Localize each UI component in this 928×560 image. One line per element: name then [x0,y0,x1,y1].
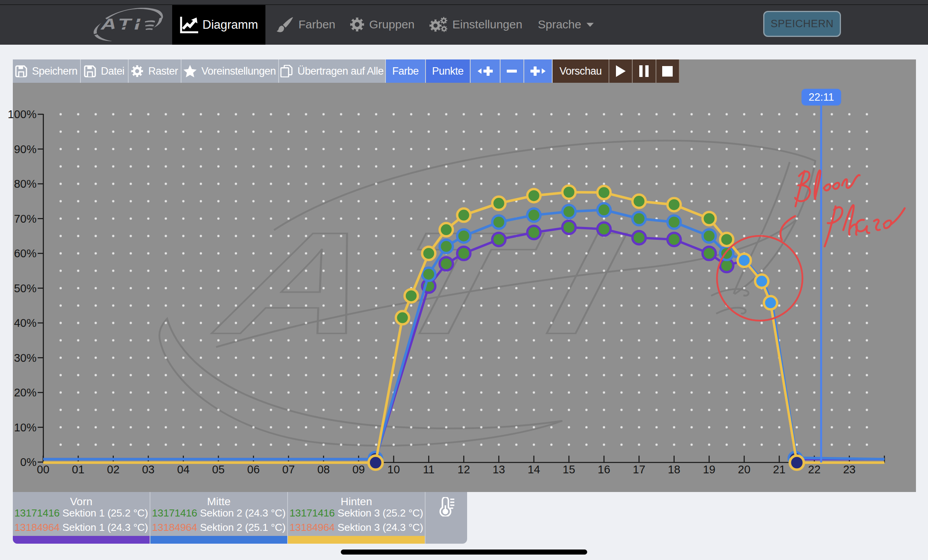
svg-text:30%: 30% [14,352,37,364]
svg-text:13: 13 [492,463,505,476]
svg-text:15: 15 [563,463,575,476]
svg-text:07: 07 [282,463,295,476]
svg-text:18: 18 [668,463,680,476]
svg-text:09: 09 [352,463,365,476]
svg-text:17: 17 [633,463,645,476]
svg-text:23: 23 [843,463,855,476]
svg-text:ATI: ATI [100,15,143,33]
svg-text:80%: 80% [14,178,37,190]
svg-text:12: 12 [457,463,470,476]
svg-text:22: 22 [808,463,820,476]
svg-text:05: 05 [212,463,225,476]
svg-text:06: 06 [247,463,260,476]
svg-text:03: 03 [142,463,154,476]
svg-text:02: 02 [107,463,119,476]
svg-text:22:11: 22:11 [809,91,834,103]
svg-text:10%: 10% [14,421,37,434]
svg-text:90%: 90% [14,143,37,155]
svg-text:21: 21 [773,463,785,476]
svg-text:00: 00 [37,463,49,476]
svg-text:04: 04 [177,463,190,476]
svg-text:16: 16 [598,463,610,476]
svg-text:100%: 100% [8,108,37,120]
svg-text:70%: 70% [14,213,37,225]
svg-text:0%: 0% [20,456,37,468]
svg-text:60%: 60% [14,247,37,260]
svg-text:14: 14 [528,463,540,476]
svg-text:19: 19 [703,463,715,476]
svg-text:11: 11 [423,463,434,476]
svg-text:40%: 40% [14,317,37,329]
svg-text:10: 10 [387,463,400,476]
svg-text:08: 08 [317,463,330,476]
svg-text:01: 01 [72,463,84,476]
svg-text:20: 20 [738,463,750,476]
svg-text:50%: 50% [14,282,37,295]
svg-text:20%: 20% [14,386,37,399]
